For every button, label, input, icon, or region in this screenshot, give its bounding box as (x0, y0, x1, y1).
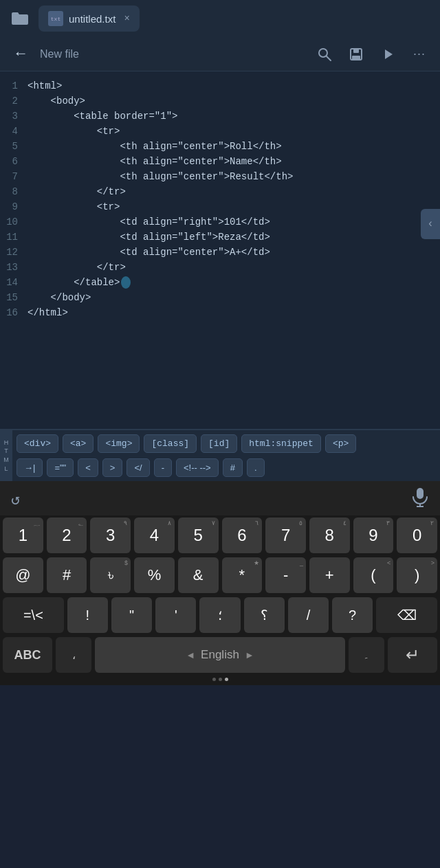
editor-line: 14 </table> (0, 275, 440, 290)
key-1[interactable]: 1؁ (3, 518, 43, 553)
mic-button[interactable] (411, 487, 429, 513)
snippet-button[interactable]: <a> (63, 434, 94, 453)
search-button[interactable] (312, 42, 337, 67)
svg-rect-3 (353, 49, 359, 53)
svg-rect-4 (352, 56, 360, 60)
symbol-buttons-row: →|=""<></-<!-- -->#. (0, 456, 440, 481)
key-4[interactable]: 4٨ (134, 518, 175, 553)
sym-key-9[interactable]: )> (397, 557, 437, 593)
punct-key-4[interactable]: ؛ (199, 597, 240, 633)
refresh-button[interactable]: ↺ (11, 491, 20, 509)
symbol-button[interactable]: →| (16, 458, 43, 477)
line-number: 1 (0, 78, 25, 93)
editor-line: 11 <td align="left">Reza</td> (0, 230, 440, 245)
space-key[interactable]: ◄ English ► (95, 637, 345, 673)
key-6[interactable]: 6٦ (222, 518, 263, 553)
line-number: 3 (0, 109, 25, 124)
sym-key-7[interactable]: + (309, 557, 350, 593)
code-editor[interactable]: 1<html>2 <body>3 <table border="1">4 <tr… (0, 71, 440, 429)
sym-key-2[interactable]: ৳$ (90, 557, 131, 593)
line-number: 8 (0, 184, 25, 199)
line-number: 6 (0, 154, 25, 169)
line-number: 9 (0, 199, 25, 214)
scroll-handle[interactable]: ‹ (421, 209, 440, 239)
period-key[interactable]: ۔ (349, 637, 384, 673)
editor-line: 12 <td align="center">A+</td> (0, 245, 440, 260)
punct-key-5[interactable]: ؟ (244, 597, 285, 633)
snippet-button[interactable]: <p> (325, 434, 356, 453)
punctuation-row: =\<!"'؛؟/?⌫ (0, 595, 440, 635)
symbol-button[interactable]: - (154, 458, 172, 477)
abc-key[interactable]: ABC (3, 637, 52, 673)
line-content: <th align="center">Name</th> (25, 154, 440, 169)
editor-line: 15 </body> (0, 290, 440, 305)
symbol-button[interactable]: < (78, 458, 98, 477)
punct-key-6[interactable]: / (288, 597, 329, 633)
editor-line: 7 <th alugn="center">Result</th> (0, 169, 440, 184)
sym-key-0[interactable]: @ (3, 557, 43, 593)
punct-key-2[interactable]: " (111, 597, 152, 633)
key-2[interactable]: 2؂ (47, 518, 87, 553)
symbol-button[interactable]: . (247, 458, 265, 477)
sym-key-8[interactable]: (< (353, 557, 394, 593)
line-content: </tr> (25, 184, 440, 199)
key-3[interactable]: 3٩ (90, 518, 131, 553)
snippet-button[interactable]: <div> (16, 434, 58, 453)
key-9[interactable]: 9٣ (353, 518, 394, 553)
sym-key-4[interactable]: & (178, 557, 219, 593)
html-side-tab[interactable]: HTML (0, 430, 12, 481)
editor-line: 4 <tr> (0, 124, 440, 139)
folder-button[interactable] (6, 5, 33, 32)
punct-key-0[interactable]: =\< (3, 597, 64, 633)
cursor-indicator (121, 276, 131, 289)
sym-key-3[interactable]: % (134, 557, 175, 593)
sym-key-6[interactable]: -_ (265, 557, 306, 593)
save-button[interactable] (344, 42, 368, 67)
key-5[interactable]: 5٧ (178, 518, 219, 553)
line-number: 13 (0, 260, 25, 275)
sym-key-5[interactable]: *★ (222, 557, 263, 593)
key-0[interactable]: 0٢ (397, 518, 437, 553)
key-7[interactable]: 7٥ (265, 518, 306, 553)
symbol-button[interactable]: </ (126, 458, 149, 477)
svg-point-0 (319, 49, 327, 57)
active-tab[interactable]: txt untitled.txt × (38, 5, 140, 32)
sym-key-1[interactable]: # (47, 557, 87, 593)
comma-key[interactable]: ، (56, 637, 91, 673)
key-8[interactable]: 8٤ (309, 518, 350, 553)
punct-key-7[interactable]: ? (332, 597, 373, 633)
line-number: 11 (0, 230, 25, 245)
line-number: 14 (0, 275, 25, 290)
punct-key-1[interactable]: ! (67, 597, 108, 633)
back-button[interactable]: ← (8, 42, 33, 67)
symbol-button[interactable]: ="" (47, 458, 74, 477)
line-content: <td align="center">A+</td> (25, 245, 440, 260)
line-content: </body> (25, 290, 440, 305)
line-content: <td align="right">101</td> (25, 214, 440, 230)
line-content: </tr> (25, 260, 440, 275)
snippet-button[interactable]: html:snippet (241, 434, 321, 453)
keyboard: ↺ 1؁2؂3٩4٨5٧6٦7٥8٤9٣0٢ @#৳$%&*★-_+(<)> =… (0, 481, 440, 685)
line-number: 15 (0, 290, 25, 305)
line-content: <th align="center">Roll</th> (25, 139, 440, 154)
mic-row: ↺ (0, 481, 440, 515)
snippet-buttons-row: <div><a><img>[class][id]html:snippet<p> (0, 430, 440, 456)
run-button[interactable] (375, 42, 400, 67)
more-button[interactable]: ··· (407, 42, 432, 67)
symbol-button[interactable]: <!-- --> (176, 458, 219, 477)
snippet-button[interactable]: [id] (201, 434, 237, 453)
symbol-button[interactable]: > (102, 458, 123, 477)
line-content: <body> (25, 93, 440, 109)
punct-key-3[interactable]: ' (155, 597, 196, 633)
editor-line: 10 <td align="right">101</td> (0, 214, 440, 230)
snippet-button[interactable]: [class] (144, 434, 197, 453)
snippet-button[interactable]: <img> (98, 434, 140, 453)
line-number: 4 (0, 124, 25, 139)
editor-line: 9 <tr> (0, 199, 440, 214)
dot-3 (225, 678, 228, 681)
dot-1 (212, 678, 216, 681)
tab-close-button[interactable]: × (124, 13, 129, 24)
symbol-button[interactable]: # (223, 458, 243, 477)
punct-key-8[interactable]: ⌫ (376, 597, 437, 633)
enter-key[interactable]: ↵ (388, 637, 437, 673)
